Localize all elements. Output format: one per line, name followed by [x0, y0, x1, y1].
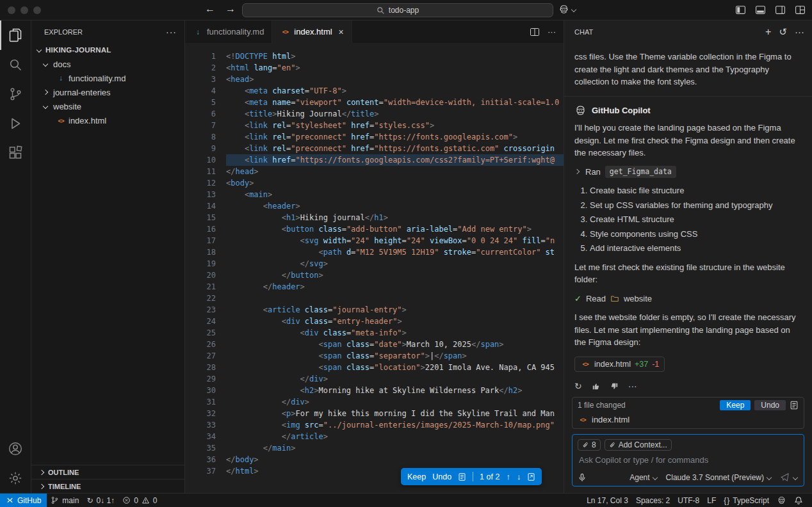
chat-input-field[interactable]: Ask Copilot or type / for commands — [578, 455, 799, 469]
outline-section[interactable]: OUTLINE — [31, 465, 184, 479]
notifications-bell[interactable] — [790, 494, 807, 507]
code-line[interactable]: <article class="journal-entry"> — [226, 304, 564, 316]
tree-item-functionality-md[interactable]: ↓functionality.md — [31, 71, 184, 85]
forward-arrow-icon[interactable]: → — [225, 3, 236, 15]
remote-indicator[interactable]: GitHub — [0, 494, 47, 507]
close-window-icon[interactable] — [8, 6, 15, 14]
run-debug-icon[interactable] — [0, 109, 31, 138]
toggle-panel-icon[interactable] — [755, 4, 766, 15]
code-line[interactable]: </button> — [226, 270, 564, 281]
send-options-chevron-icon[interactable] — [792, 474, 799, 481]
code-line[interactable]: <path d="M12 5V19M5 12H19" stroke="curre… — [226, 246, 564, 258]
code-line[interactable]: </svg> — [226, 258, 564, 270]
tool-call-row[interactable]: Ran get_Figma_data — [574, 166, 802, 179]
code-line[interactable]: </div> — [226, 373, 564, 385]
keep-edit-button[interactable]: Keep — [407, 472, 426, 481]
view-changes-icon[interactable] — [790, 401, 799, 410]
code-line[interactable]: <!DOCTYPE html> — [226, 51, 564, 62]
code-editor[interactable]: 1234567891011121314151617181920212223242… — [185, 43, 564, 493]
minimize-window-icon[interactable] — [20, 6, 28, 14]
source-control-icon[interactable] — [0, 79, 31, 109]
chat-more-icon[interactable]: ··· — [795, 26, 804, 37]
rerun-icon[interactable]: ↻ — [574, 380, 582, 393]
tree-item-journal-enteries[interactable]: journal-enteries — [31, 85, 184, 99]
extensions-icon[interactable] — [0, 138, 31, 168]
code-line[interactable]: </article> — [226, 431, 564, 442]
code-line[interactable]: </body> — [226, 454, 564, 465]
mode-selector[interactable]: Agent — [629, 473, 658, 482]
code-line[interactable]: </header> — [226, 281, 564, 293]
attachments-chip[interactable]: 8 — [578, 439, 601, 451]
open-diff-icon[interactable] — [458, 472, 466, 481]
tree-item-website[interactable]: website — [31, 99, 184, 113]
language-mode[interactable]: { } TypeScript — [720, 494, 773, 507]
toggle-secondary-sidebar-icon[interactable] — [775, 4, 786, 15]
split-editor-icon[interactable] — [530, 27, 540, 37]
problems-indicator[interactable]: 0 0 — [118, 494, 161, 507]
code-line[interactable]: </head> — [226, 166, 564, 177]
new-chat-icon[interactable]: + — [765, 26, 771, 38]
eol-indicator[interactable]: LF — [703, 494, 720, 507]
window-controls[interactable] — [8, 6, 41, 14]
toggle-primary-sidebar-icon[interactable] — [735, 4, 746, 15]
search-sidebar-icon[interactable] — [0, 50, 31, 79]
tree-item-index-html[interactable]: <>index.html — [31, 113, 184, 127]
copilot-status[interactable] — [773, 494, 790, 507]
back-arrow-icon[interactable]: ← — [205, 3, 215, 15]
send-icon[interactable] — [780, 472, 790, 482]
command-center-search[interactable]: todo-app — [242, 3, 553, 17]
code-line[interactable]: <meta name="viewport" content="width=dev… — [226, 97, 564, 108]
code-line[interactable]: <span class="location">2201 Imola Ave. N… — [226, 362, 564, 373]
previous-edit-icon[interactable]: ↑ — [506, 472, 510, 481]
code-line[interactable]: <link rel="preconnect" href="https://fon… — [226, 131, 564, 143]
code-line[interactable]: <main> — [226, 189, 564, 200]
code-line[interactable]: <h1>Hiking journal</h1> — [226, 212, 564, 223]
tree-item-docs[interactable]: docs — [31, 57, 184, 71]
goto-file-icon[interactable] — [527, 472, 535, 481]
next-edit-icon[interactable]: ↓ — [517, 472, 521, 481]
read-tool-row[interactable]: ✓ Read website — [574, 293, 802, 305]
code-line[interactable]: <div class="meta-info"> — [226, 327, 564, 339]
code-line[interactable]: <header> — [226, 200, 564, 212]
code-line[interactable]: <link href="https://fonts.googleapis.com… — [226, 154, 564, 166]
account-icon[interactable] — [0, 434, 31, 463]
thumbs-up-icon[interactable] — [591, 382, 601, 391]
close-tab-icon[interactable]: × — [339, 27, 344, 37]
code-line[interactable]: <head> — [226, 74, 564, 85]
message-more-icon[interactable]: ··· — [628, 380, 637, 393]
chat-input-box[interactable]: 8 Add Context... Ask Copilot or type / f… — [572, 434, 804, 487]
cursor-position[interactable]: Ln 17, Col 3 — [583, 494, 632, 507]
code-line[interactable]: <p>For my hike this morning I did the Sk… — [226, 408, 564, 419]
model-selector[interactable]: Claude 3.7 Sonnet (Preview) — [666, 473, 772, 482]
timeline-section[interactable]: TIMELINE — [31, 479, 184, 493]
code-line[interactable]: <button class="add-button" aria-label="A… — [226, 223, 564, 235]
code-line[interactable]: </div> — [226, 396, 564, 408]
code-line[interactable]: <title>Hiking Journal</title> — [226, 108, 564, 120]
microphone-icon[interactable] — [578, 473, 587, 482]
explorer-icon[interactable] — [0, 20, 31, 50]
code-line[interactable]: <img src="../journal-enteries/images/202… — [226, 419, 564, 431]
code-line[interactable]: <html lang="en"> — [226, 62, 564, 74]
code-line[interactable]: <span class="date">March 10, 2025</span> — [226, 339, 564, 350]
code-line[interactable]: <link rel="stylesheet" href="styles.css"… — [226, 120, 564, 131]
settings-gear-icon[interactable] — [0, 463, 31, 493]
code-line[interactable]: <div class="entry-header"> — [226, 316, 564, 327]
tab-functionality-md[interactable]: ↓ functionality.md — [185, 20, 272, 43]
undo-edit-button[interactable]: Undo — [432, 472, 451, 481]
thumbs-down-icon[interactable] — [610, 382, 619, 391]
code-line[interactable]: <svg width="24" height="24" viewBox="0 0… — [226, 235, 564, 246]
maximize-window-icon[interactable] — [33, 6, 41, 14]
editor-more-icon[interactable]: ··· — [548, 27, 556, 36]
sync-indicator[interactable]: ↻ 0↓ 1↑ — [83, 494, 118, 507]
tab-index-html[interactable]: <> index.html × — [272, 20, 352, 43]
undo-all-button[interactable]: Undo — [754, 400, 786, 410]
indentation-indicator[interactable]: Spaces: 2 — [632, 494, 674, 507]
explorer-more-icon[interactable]: ··· — [166, 27, 177, 37]
workspace-root-folder[interactable]: HIKING-JOURNAL — [31, 43, 184, 57]
customize-layout-icon[interactable] — [795, 4, 806, 15]
code-line[interactable]: </main> — [226, 442, 564, 454]
code-line[interactable]: <meta charset="UTF-8"> — [226, 85, 564, 97]
encoding-indicator[interactable]: UTF-8 — [674, 494, 703, 507]
copilot-menu-button[interactable] — [558, 4, 577, 15]
code-line[interactable] — [226, 293, 564, 304]
